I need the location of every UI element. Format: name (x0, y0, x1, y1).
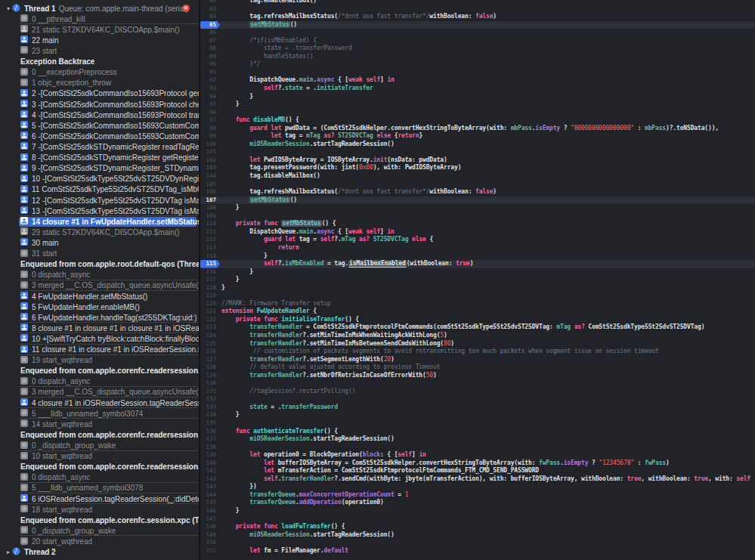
stack-frame-row[interactable]: 5 ___lldb_unnamed_symbol3078 (0, 483, 199, 493)
code-line[interactable]: 106 tag.refreshMailboxStatus(/*dont use … (200, 188, 755, 196)
line-number[interactable]: 140 (200, 459, 220, 468)
code-line[interactable]: 131 //tagSession?.restartPolling() (200, 388, 755, 396)
line-number[interactable]: 145 (200, 499, 220, 507)
line-number[interactable]: 149 (200, 531, 220, 540)
line-number[interactable]: 86 (200, 29, 220, 37)
code-line[interactable]: 110 private func setMbStatus() { (200, 220, 755, 228)
code-line[interactable]: 107 setMbStatus() (200, 196, 755, 205)
stack-frame-row[interactable]: 7 -[ComStSt25sdkSTDynamicRegister readTa… (0, 141, 199, 152)
code-line[interactable]: 87 /*if(isMbEnabled) { (200, 37, 755, 45)
stack-frame-row[interactable]: 0 _dispatch_group_wake (0, 525, 199, 536)
code-line[interactable]: 109 (200, 212, 755, 221)
line-number[interactable]: 117 (200, 276, 220, 284)
line-number[interactable]: 122 (200, 316, 220, 324)
line-number[interactable]: 141 (200, 467, 220, 475)
stack-frame-row[interactable]: 0 dispatch_async (0, 472, 199, 483)
line-number[interactable]: 133 (200, 404, 220, 412)
stack-frame-row[interactable]: 4 -[ComStSt25sdkCommandIso15693Protocol … (0, 110, 199, 120)
line-number[interactable]: 98 (200, 125, 220, 133)
line-number[interactable]: 96 (200, 109, 220, 117)
code-line[interactable]: 141 let mTransferAction = ComStSt25sdkFt… (200, 467, 755, 475)
line-number[interactable]: 125 (200, 340, 220, 348)
line-number[interactable]: 112 (200, 236, 220, 244)
code-line[interactable]: 92 DispatchQueue.main.async { [weak self… (200, 76, 755, 85)
stack-frame-row[interactable]: 3 -[ComStSt25sdkCommandIso15693Protocol … (0, 99, 199, 110)
code-line[interactable]: 95 } (200, 101, 755, 109)
code-line[interactable]: 104 tag.disableMailbox() (200, 172, 755, 181)
line-number[interactable]: 111 (200, 228, 220, 237)
code-line[interactable]: 90 }*/ (200, 60, 755, 69)
line-number[interactable]: 107 (200, 196, 220, 205)
code-line[interactable]: 116 } (200, 268, 755, 277)
stack-frame-row[interactable]: 0 _dispatch_group_wake (0, 440, 199, 450)
code-line[interactable]: 138 (200, 444, 755, 452)
code-line[interactable]: 115 self?.isMbEnabled = tag.isMailboxEna… (200, 260, 755, 268)
stack-frame-row[interactable]: 10 start_wqthread (0, 451, 199, 462)
line-number[interactable]: 124 (200, 332, 220, 340)
line-number[interactable]: 148 (200, 523, 220, 531)
stack-frame-row[interactable]: 6 FwUpdateHandler.handleTag(st25SDKTag:u… (0, 312, 199, 323)
code-line[interactable]: 111 DispatchQueue.main.async { [weak sel… (200, 228, 755, 237)
line-number[interactable]: 99 (200, 132, 220, 141)
chevron-right-icon[interactable]: ▸ (5, 549, 12, 555)
stack-frame-row[interactable]: 12 -[ComStSt25sdkType5St25dvST25DVTag is… (0, 195, 199, 206)
stack-frame-row[interactable]: 6 iOSReaderSession.tagReaderSession(_:di… (0, 493, 199, 504)
line-number[interactable]: 88 (200, 45, 220, 53)
stack-frame-row[interactable]: 21 static ST2KDV64KC_DISCOApp.$main() (0, 24, 199, 35)
code-line[interactable]: 101 (200, 148, 755, 156)
line-number[interactable]: 131 (200, 388, 220, 396)
code-line[interactable]: 139 let operation0 = BlockOperation(bloc… (200, 451, 755, 459)
stack-frame-row[interactable]: 11 closure #1 in closure #1 in iOSReader… (0, 345, 199, 355)
line-number[interactable]: 87 (200, 37, 220, 45)
line-number[interactable]: 143 (200, 483, 220, 491)
line-number[interactable]: 114 (200, 252, 220, 261)
code-line[interactable]: 125 transferHandler?.setMinTimeInMsBetwe… (200, 340, 755, 348)
line-number[interactable]: 126 (200, 348, 220, 356)
code-line[interactable]: 119 (200, 292, 755, 300)
code-line[interactable]: 113 return (200, 244, 755, 252)
stack-frame-row[interactable]: 0 dispatch_async (0, 376, 199, 387)
code-line[interactable]: 145 transferQueue.addOperation(operation… (200, 499, 755, 507)
line-number[interactable]: 108 (200, 204, 220, 212)
line-number[interactable]: 119 (200, 292, 220, 300)
line-number[interactable]: 121 (200, 308, 220, 316)
thread-row[interactable]: ▸Thread 2 (0, 547, 199, 558)
line-number[interactable]: 135 (200, 419, 220, 428)
code-line[interactable]: 89 handleStates() (200, 53, 755, 61)
code-line[interactable]: 130 (200, 379, 755, 388)
code-line[interactable]: 147 (200, 515, 755, 524)
code-line[interactable]: 149 miOSReaderSession.startTagReaderSess… (200, 531, 755, 540)
code-line[interactable]: 132 (200, 395, 755, 404)
line-number[interactable]: 92 (200, 76, 220, 85)
stack-frame-row[interactable]: 3 merged __C.OS_dispatch_queue.asyncUnsa… (0, 387, 199, 398)
line-number[interactable]: 123 (200, 323, 220, 332)
line-number[interactable]: 129 (200, 372, 220, 380)
line-number[interactable]: 102 (200, 156, 220, 165)
line-number[interactable]: 83 (200, 5, 220, 14)
stack-frame-row[interactable]: 3 merged __C.OS_dispatch_queue.asyncUnsa… (0, 280, 199, 291)
code-line[interactable]: 93 self?.state = .initiateTransfer (200, 85, 755, 93)
code-line[interactable]: 127 transferHandler?.setSegmentLengthWit… (200, 356, 755, 364)
code-line[interactable]: 143 }) (200, 483, 755, 491)
code-line[interactable]: 128 // default value ajusted according t… (200, 364, 755, 372)
code-line[interactable]: 136 func authenticateTransfer() { (200, 428, 755, 436)
line-number[interactable]: 146 (200, 507, 220, 515)
stack-frame-row[interactable]: 5 -[ComStSt25sdkCommandIso15693CustomCom… (0, 120, 199, 131)
line-number[interactable]: 142 (200, 475, 220, 484)
code-line[interactable]: 98 guard let pwdData = (ComStSt25sdkHelp… (200, 125, 755, 133)
stack-frame-row[interactable]: 0 dispatch_async (0, 270, 199, 280)
stack-frame-row[interactable]: 22 main (0, 35, 199, 45)
code-line[interactable]: 148 private func loadFwTransfer() { (200, 523, 755, 531)
chevron-down-icon[interactable]: ▾ (5, 5, 12, 12)
code-line[interactable]: 121extension FwUpdateHandler { (200, 308, 755, 316)
code-line[interactable]: 84 tag.refreshMailboxStatus(/*dont use f… (200, 13, 755, 21)
code-line[interactable]: 120//MARK: Firmware Transfer setup (200, 300, 755, 308)
line-number[interactable]: 90 (200, 60, 220, 69)
stack-frame-row[interactable]: 6 -[ComStSt25sdkCommandIso15693CustomCom… (0, 131, 199, 141)
code-line[interactable]: 129 transferHandler?.setNbrOfRetriesInCa… (200, 372, 755, 380)
stack-frame-row[interactable]: 0 __exceptionPreprocess (0, 67, 199, 78)
line-number[interactable]: 106 (200, 188, 220, 196)
code-line[interactable]: 135 (200, 419, 755, 428)
line-number[interactable]: 95 (200, 101, 220, 109)
stack-frame-row[interactable]: 9 -[ComStSt25sdkSTDynamicRegister_STDyna… (0, 163, 199, 174)
